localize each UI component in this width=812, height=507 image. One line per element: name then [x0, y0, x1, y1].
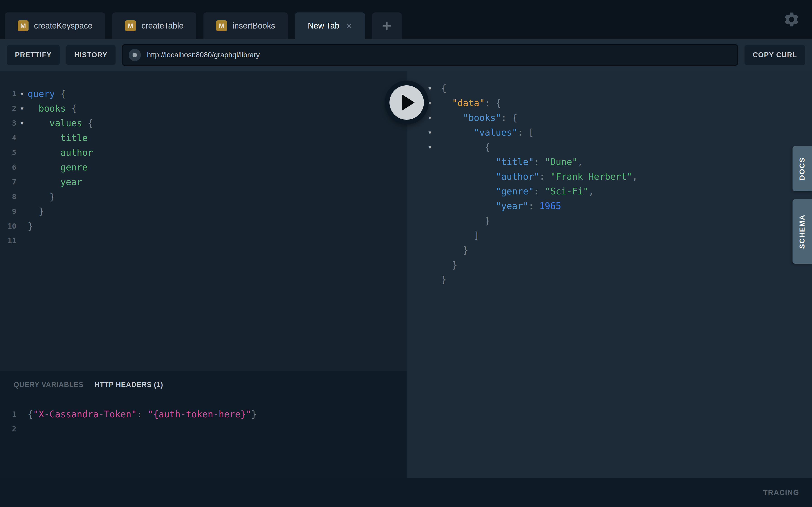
fold-arrow-icon[interactable]: ▼	[428, 81, 441, 96]
fold-arrow-icon[interactable]: ▼	[16, 87, 28, 101]
fold-gutter	[428, 199, 441, 214]
code-text: }	[441, 243, 468, 258]
fold-gutter	[16, 175, 28, 189]
line-number: 2	[0, 422, 16, 436]
fold-gutter	[16, 160, 28, 175]
code-text: }	[441, 214, 490, 228]
fold-gutter	[428, 258, 441, 272]
fold-gutter	[428, 272, 441, 287]
code-text: "values": [	[441, 125, 534, 140]
line-number: 4	[0, 130, 16, 145]
tracing-toggle[interactable]: TRACING	[763, 489, 799, 497]
fold-gutter	[16, 407, 28, 422]
code-text: ]	[441, 228, 479, 243]
endpoint-url-input[interactable]	[147, 51, 731, 59]
code-line: "genre": "Sci-Fi",	[407, 184, 812, 199]
endpoint-url-bar[interactable]	[122, 44, 738, 66]
code-text: books {	[28, 101, 77, 116]
tab-createKeyspace[interactable]: M createKeyspace	[5, 12, 105, 39]
fold-gutter	[16, 422, 28, 436]
code-text: query {	[28, 87, 66, 101]
mutation-badge: M	[18, 20, 29, 31]
code-line: ]	[407, 228, 812, 243]
tab-insertBooks[interactable]: M insertBooks	[203, 12, 288, 39]
code-text: "author": "Frank Herbert",	[441, 169, 638, 184]
line-number: 5	[0, 145, 16, 160]
code-line: 1▼query {	[0, 87, 407, 101]
docs-side-tab-label: DOCS	[798, 157, 806, 180]
query-editor[interactable]: 1▼query {2▼ books {3▼ values {4 title5 a…	[0, 71, 407, 371]
fold-gutter	[428, 228, 441, 243]
code-line: 2	[0, 422, 407, 436]
endpoint-status-dot-icon	[129, 49, 141, 61]
code-line: 7 year	[0, 175, 407, 189]
code-line: 5 author	[0, 145, 407, 160]
tab-http-headers[interactable]: HTTP HEADERS (1)	[95, 381, 163, 389]
tab-createTable[interactable]: M createTable	[112, 12, 196, 39]
code-text: year	[28, 175, 82, 189]
code-line: }	[407, 243, 812, 258]
tab-label: insertBooks	[233, 21, 275, 31]
fold-gutter	[16, 234, 28, 248]
code-text: }	[28, 189, 55, 204]
code-text: author	[28, 145, 93, 160]
fold-gutter	[428, 169, 441, 184]
line-number: 3	[0, 116, 16, 130]
fold-arrow-icon[interactable]: ▼	[428, 110, 441, 125]
docs-side-tab[interactable]: DOCS	[793, 146, 812, 191]
play-icon	[402, 94, 415, 111]
tab-query-variables[interactable]: QUERY VARIABLES	[14, 381, 84, 389]
tab-label: New Tab	[308, 21, 339, 31]
prettify-button[interactable]: PRETTIFY	[7, 45, 60, 65]
line-number: 8	[0, 189, 16, 204]
fold-gutter	[428, 214, 441, 228]
tab-label: createKeyspace	[34, 21, 92, 31]
response-pane: ▼{▼ "data": {▼ "books": {▼ "values": [▼ …	[407, 71, 812, 478]
code-line: 11	[0, 234, 407, 248]
tab-new-tab-active[interactable]: New Tab ×	[295, 12, 365, 39]
fold-arrow-icon[interactable]: ▼	[428, 140, 441, 155]
fold-arrow-icon[interactable]: ▼	[428, 125, 441, 140]
variables-panel: QUERY VARIABLES HTTP HEADERS (1) 1{"X-Ca…	[0, 371, 407, 478]
left-column: 1▼query {2▼ books {3▼ values {4 title5 a…	[0, 71, 407, 478]
main-panes: 1▼query {2▼ books {3▼ values {4 title5 a…	[0, 71, 812, 478]
add-tab-button[interactable]: +	[372, 12, 402, 39]
variables-header: QUERY VARIABLES HTTP HEADERS (1)	[0, 371, 407, 389]
execute-query-button[interactable]	[385, 80, 429, 124]
code-line: 2▼ books {	[0, 101, 407, 116]
code-line: }	[407, 214, 812, 228]
history-button[interactable]: HISTORY	[66, 45, 116, 65]
close-tab-icon[interactable]: ×	[346, 20, 352, 31]
fold-arrow-icon[interactable]: ▼	[16, 101, 28, 116]
code-text: }	[441, 272, 447, 287]
code-line: 1{"X-Cassandra-Token": "{auth-token-here…	[0, 407, 407, 422]
settings-gear-icon[interactable]	[783, 11, 800, 28]
code-line: 4 title	[0, 130, 407, 145]
code-line: ▼ "data": {	[407, 96, 812, 110]
tab-label: createTable	[141, 21, 184, 31]
code-text: {	[441, 81, 447, 96]
fold-arrow-icon[interactable]: ▼	[16, 116, 28, 130]
line-number: 1	[0, 407, 16, 422]
code-text: "books": {	[441, 110, 517, 125]
schema-side-tab[interactable]: SCHEMA	[793, 199, 812, 264]
fold-gutter	[16, 145, 28, 160]
fold-gutter	[16, 204, 28, 219]
code-text: "data": {	[441, 96, 501, 110]
line-number: 1	[0, 87, 16, 101]
play-circle	[390, 85, 424, 120]
fold-gutter	[428, 184, 441, 199]
copy-curl-button[interactable]: COPY CURL	[745, 45, 805, 65]
fold-gutter	[428, 243, 441, 258]
code-text: }	[28, 204, 44, 219]
fold-arrow-icon[interactable]: ▼	[428, 96, 441, 110]
toolbar: PRETTIFY HISTORY COPY CURL	[0, 39, 812, 71]
code-line: 8 }	[0, 189, 407, 204]
mutation-badge: M	[125, 20, 136, 31]
schema-side-tab-label: SCHEMA	[798, 214, 806, 248]
code-line: ▼ "values": [	[407, 125, 812, 140]
code-line: ▼{	[407, 81, 812, 96]
line-number: 6	[0, 160, 16, 175]
code-line: }	[407, 272, 812, 287]
http-headers-editor[interactable]: 1{"X-Cassandra-Token": "{auth-token-here…	[0, 407, 407, 436]
